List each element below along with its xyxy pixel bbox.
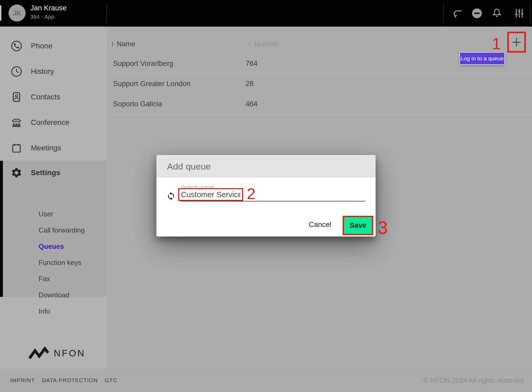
settings-section: Settings User Call forwarding Queues Fun… (0, 161, 106, 297)
sidebar-item-fax[interactable]: Fax (39, 271, 100, 287)
dialog-title: Add queue (167, 161, 211, 171)
annotation-box-1 (507, 32, 526, 53)
sort-asc-icon: ↑ (248, 40, 251, 48)
avatar[interactable]: JK (9, 5, 26, 22)
table-row[interactable]: Support Greater London 28 (107, 74, 532, 94)
do-not-disturb-icon[interactable] (471, 7, 483, 19)
calendar-icon (11, 142, 22, 154)
sub-item-label: Call forwarding (39, 226, 85, 234)
sidebar-item-settings[interactable]: Settings (0, 161, 106, 185)
sync-icon[interactable] (167, 192, 176, 201)
sort-asc-icon: ↑ (111, 40, 114, 48)
login-queue-tooltip: Log in to a queue (459, 52, 505, 65)
annotation-box-3: Save (343, 216, 373, 235)
sub-item-label: Fax (39, 275, 50, 283)
avatar-initials: JK (13, 9, 21, 17)
search-queue-input[interactable] (179, 190, 242, 199)
sidebar-item-label: Meetings (31, 144, 61, 152)
sidebar-item-contacts[interactable]: Contacts (0, 84, 106, 110)
topbar-divider (106, 3, 107, 23)
sidebar-item-call-forwarding[interactable]: Call forwarding (39, 222, 100, 238)
sidebar-item-phone[interactable]: Phone (0, 33, 106, 59)
sidebar: Phone History Contacts (0, 27, 106, 368)
sub-item-label: Info (39, 307, 50, 315)
column-header-number[interactable]: ↑Number (248, 40, 279, 48)
redirect-icon[interactable] (452, 7, 463, 19)
sidebar-item-function-keys[interactable]: Function keys (39, 255, 100, 271)
sidebar-item-info[interactable]: Info (39, 303, 100, 319)
cancel-button[interactable]: Cancel (305, 221, 335, 229)
tune-icon[interactable] (513, 7, 525, 19)
input-underline (180, 201, 365, 201)
annotation-step-2: 2 (247, 186, 255, 201)
queue-number-cell: 464 (246, 100, 257, 108)
nfon-app-page: JK Jan Krause 384 - App (0, 0, 532, 392)
sidebar-item-download[interactable]: Download (39, 287, 100, 303)
column-header-name[interactable]: ↑Name (111, 40, 135, 48)
queue-name-cell: Soporto Galicia (113, 100, 162, 108)
sidebar-item-label: Settings (31, 168, 60, 177)
sidebar-item-label: Contacts (31, 93, 60, 101)
sub-item-label: Queues (39, 242, 64, 251)
queue-number-cell: 28 (246, 79, 253, 88)
sidebar-item-label: History (31, 67, 54, 76)
gear-icon (11, 167, 22, 179)
history-icon (11, 66, 22, 77)
table-row[interactable]: Soporto Galicia 464 (107, 94, 532, 114)
phone-icon (11, 40, 22, 52)
active-section-indicator (0, 161, 3, 297)
topbar-divider (530, 3, 530, 23)
contacts-icon (11, 91, 22, 103)
footer: IMPRINT DATA PROTECTION GTC © NFON 2024 … (0, 368, 532, 392)
annotation-step-1: 1 (492, 35, 501, 52)
nfon-logo: NFON (28, 347, 85, 360)
add-queue-button[interactable] (509, 33, 524, 51)
sidebar-item-label: Conference (31, 118, 69, 127)
dialog-header: Add queue (156, 155, 376, 178)
sidebar-item-history[interactable]: History (0, 59, 106, 84)
column-label: Number (254, 40, 279, 48)
sidebar-item-user[interactable]: User (39, 206, 100, 222)
add-queue-dialog: Add queue Search queue 2 Cancel Save (156, 155, 376, 237)
imprint-link[interactable]: IMPRINT (10, 377, 35, 383)
nfon-logo-text: NFON (54, 348, 85, 359)
conference-icon (11, 117, 22, 128)
footer-links: IMPRINT DATA PROTECTION GTC (10, 368, 117, 392)
top-bar: JK Jan Krause 384 - App (0, 0, 532, 27)
sidebar-item-conference[interactable]: Conference (0, 110, 106, 135)
dialog-body: Search queue 2 Cancel Save (156, 178, 376, 237)
nfon-logo-mark (28, 347, 50, 360)
sub-item-label: User (39, 210, 53, 218)
user-name: Jan Krause (30, 4, 67, 12)
sub-item-label: Function keys (39, 259, 81, 267)
save-button[interactable]: Save (344, 217, 372, 234)
queue-name-cell: Support Greater London (113, 79, 190, 88)
plus-icon (511, 37, 522, 48)
table-header: ↑Name ↑Number 1 (107, 27, 532, 53)
topbar-divider (443, 3, 444, 23)
annotation-box-2 (178, 188, 243, 201)
user-extension: 384 - App (30, 14, 54, 20)
annotation-step-3: 3 (378, 218, 388, 237)
copyright-text: © NFON 2024 All rights reserved (423, 376, 524, 384)
sub-item-label: Download (39, 291, 69, 299)
sidebar-item-queues[interactable]: Queues (39, 238, 100, 255)
sidebar-item-meetings[interactable]: Meetings (0, 135, 106, 161)
sidebar-item-label: Phone (31, 42, 52, 50)
queue-name-cell: Support Vorarlberg (113, 59, 173, 68)
notifications-icon[interactable] (491, 7, 503, 19)
gtc-link[interactable]: GTC (105, 377, 117, 383)
data-protection-link[interactable]: DATA PROTECTION (42, 377, 98, 383)
left-edge-strip (0, 5, 1, 21)
column-label: Name (117, 40, 135, 48)
queue-number-cell: 764 (246, 59, 257, 68)
